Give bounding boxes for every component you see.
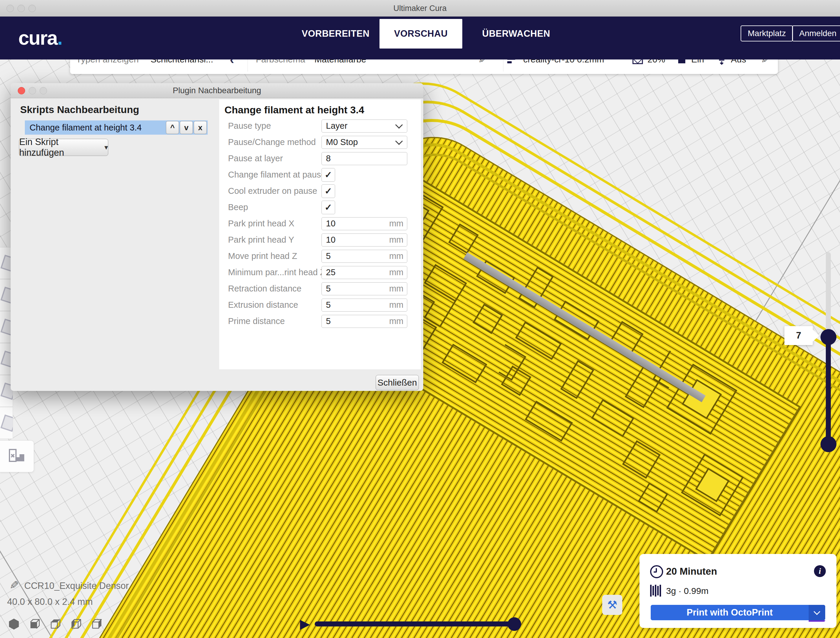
field-input[interactable]: 25mm — [322, 266, 407, 279]
field-unit: mm — [389, 300, 403, 310]
print-button-label: Print with OctoPrint — [651, 607, 808, 618]
layer-slider-track-upper[interactable] — [826, 252, 831, 339]
scripts-heading: Skripts Nachbearbeitung — [20, 104, 139, 116]
cura-logo: cura. — [18, 27, 62, 49]
field-select[interactable]: M0 Stop — [322, 136, 407, 149]
field-label: Park print head Y — [219, 235, 322, 245]
field-input[interactable]: 10mm — [322, 217, 407, 230]
field-label: Cool extruder on pause — [219, 186, 322, 196]
field-input[interactable]: 5mm — [322, 250, 407, 263]
field-label: Pause at layer — [219, 154, 322, 163]
field-checkbox[interactable]: ✓ — [322, 168, 335, 182]
field-row-9: Minimum par...rint head Z25mm — [219, 264, 421, 280]
field-unit: mm — [389, 284, 403, 294]
clock-icon — [650, 565, 663, 578]
move-script-up-button[interactable]: ^ — [166, 121, 179, 134]
field-label: Extrusion distance — [219, 300, 322, 310]
field-row-10: Retraction distance5mm — [219, 280, 421, 297]
field-input[interactable]: 10mm — [322, 233, 407, 247]
view-3d-icon[interactable] — [8, 618, 20, 630]
field-label: Beep — [219, 203, 322, 212]
dialog-title: Plugin Nachbearbeitung — [173, 86, 261, 95]
window-title: Ultimaker Cura — [393, 3, 447, 13]
field-label: Minimum par...rint head Z — [219, 268, 322, 277]
support-blocker-button[interactable] — [0, 440, 34, 472]
field-unit: mm — [389, 235, 403, 245]
marketplace-button[interactable]: Marktplatz — [741, 25, 793, 41]
field-select[interactable]: Layer — [322, 120, 407, 133]
tab-monitor[interactable]: ÜBERWACHEN — [470, 19, 562, 49]
view-front-icon[interactable] — [28, 618, 41, 630]
play-button[interactable]: ▶ — [300, 616, 310, 631]
field-row-3: Change filament at pause✓ — [219, 166, 421, 183]
field-input[interactable]: 5mm — [322, 299, 407, 312]
field-input[interactable]: 8 — [322, 152, 407, 165]
model-dimensions: 40.0 x 80.0 x 2.4 mm — [7, 597, 93, 607]
add-script-button[interactable]: Ein Skript hinzufügen ▾ — [19, 139, 108, 156]
move-script-down-button[interactable]: v — [180, 121, 193, 134]
field-row-11: Extrusion distance5mm — [219, 297, 421, 313]
field-label: Retraction distance — [219, 284, 322, 294]
field-row-5: Beep✓ — [219, 199, 421, 215]
field-label: Move print head Z — [219, 251, 322, 261]
window-zoom-button[interactable] — [28, 5, 36, 12]
sign-in-button[interactable]: Anmelden — [792, 25, 840, 41]
field-row-0: Pause typeLayer — [219, 118, 421, 134]
tool-extra-button[interactable] — [0, 407, 13, 439]
chevron-down-icon — [814, 608, 821, 615]
view-orientation-bar — [8, 618, 103, 630]
field-label: Change filament at pause — [219, 170, 322, 180]
field-input[interactable]: 5mm — [322, 282, 407, 295]
field-label: Pause/Change method — [219, 137, 322, 147]
simulation-slider-track[interactable] — [315, 621, 518, 627]
chevron-down-icon — [395, 121, 403, 128]
current-layer-badge: 7 — [785, 326, 813, 345]
tab-preview[interactable]: VORSCHAU — [379, 19, 462, 49]
dialog-close-action-button[interactable]: Schließen — [376, 375, 419, 390]
field-label: Pause type — [219, 121, 322, 131]
view-top-icon[interactable] — [49, 618, 62, 630]
field-unit: mm — [389, 316, 403, 326]
rename-model-icon[interactable]: ✎ — [9, 579, 19, 592]
remove-script-button[interactable]: x — [194, 121, 207, 134]
field-row-1: Pause/Change methodM0 Stop — [219, 134, 421, 150]
window-titlebar: Ultimaker Cura — [0, 0, 840, 17]
dialog-zoom-button[interactable] — [39, 87, 47, 94]
field-row-7: Park print head Y10mm — [219, 232, 421, 248]
dialog-close-button[interactable] — [18, 87, 25, 94]
window-close-button[interactable] — [6, 5, 14, 12]
script-list-item-selected[interactable]: Change filament at height 3.4 ^ v x — [25, 120, 208, 135]
add-script-label: Ein Skript hinzufügen — [19, 137, 103, 158]
window-minimize-button[interactable] — [17, 5, 25, 12]
field-row-6: Park print head X10mm — [219, 215, 421, 232]
layer-slider-range[interactable] — [826, 334, 831, 446]
field-label: Prime distance — [219, 316, 322, 326]
script-settings-panel: Change filament at height 3.4 Pause type… — [219, 100, 421, 369]
field-row-4: Cool extruder on pause✓ — [219, 183, 421, 199]
field-label: Park print head X — [219, 219, 322, 228]
field-checkbox[interactable]: ✓ — [322, 184, 335, 198]
chevron-down-icon — [395, 137, 403, 145]
view-right-icon[interactable] — [90, 618, 103, 630]
field-checkbox[interactable]: ✓ — [322, 201, 335, 214]
dialog-minimize-button[interactable] — [29, 87, 36, 94]
octoprint-settings-button[interactable]: ⚒ — [602, 595, 622, 615]
field-unit: mm — [389, 219, 403, 228]
info-icon[interactable]: i — [814, 565, 826, 577]
field-input[interactable]: 5mm — [322, 315, 407, 328]
field-row-2: Pause at layer8 — [219, 150, 421, 166]
support-blocker-icon — [8, 448, 25, 464]
tab-prepare[interactable]: VORBEREITEN — [290, 19, 381, 49]
print-options-dropdown[interactable] — [808, 605, 825, 620]
caret-down-icon: ▾ — [104, 143, 108, 152]
simulation-slider-handle[interactable] — [508, 617, 521, 631]
field-unit: mm — [389, 251, 403, 261]
layer-slider-bottom-handle[interactable] — [821, 436, 837, 452]
logo-dot: . — [57, 27, 62, 49]
print-summary-panel: 20 Minuten 3g · 0.99m Print with OctoPri… — [639, 554, 837, 628]
field-row-8: Move print head Z5mm — [219, 248, 421, 264]
model-name: CCR10_Exquisite Densor — [24, 581, 129, 591]
print-button[interactable]: Print with OctoPrint — [651, 605, 825, 620]
view-left-icon[interactable] — [70, 618, 82, 630]
post-processing-dialog: Plugin Nachbearbeitung Skripts Nachbearb… — [11, 83, 423, 391]
